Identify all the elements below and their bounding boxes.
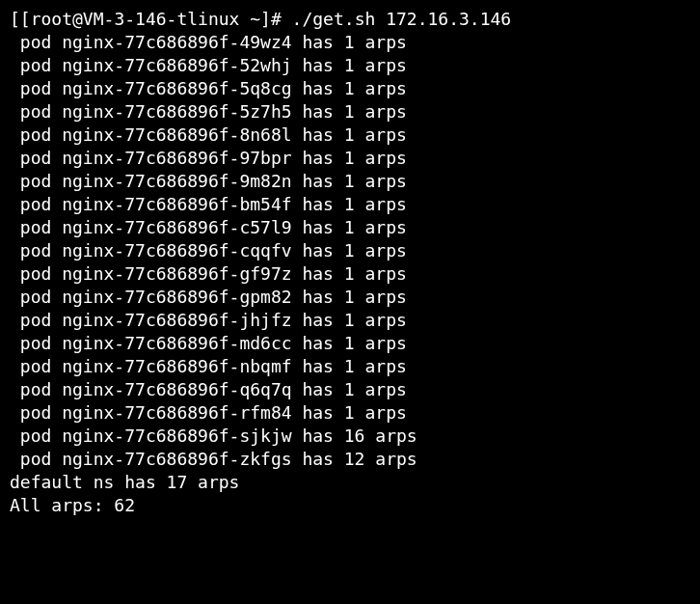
pod-output-lines: pod nginx-77c686896f-49wz4 has 1 arps po… <box>10 31 690 471</box>
pod-line: pod nginx-77c686896f-c57l9 has 1 arps <box>10 216 690 239</box>
pod-line: pod nginx-77c686896f-5z7h5 has 1 arps <box>10 100 690 124</box>
pod-line: pod nginx-77c686896f-8n68l has 1 arps <box>10 124 690 147</box>
pod-line: pod nginx-77c686896f-zkfgs has 12 arps <box>10 448 690 471</box>
pod-line: pod nginx-77c686896f-rfm84 has 1 arps <box>10 401 690 425</box>
pod-line: pod nginx-77c686896f-md6cc has 1 arps <box>10 332 690 355</box>
pod-line: pod nginx-77c686896f-49wz4 has 1 arps <box>10 31 690 54</box>
terminal-prompt-line: [[root@VM-3-146-tlinux ~]# ./get.sh 172.… <box>10 8 690 31</box>
pod-line: pod nginx-77c686896f-jhjfz has 1 arps <box>10 309 690 332</box>
prompt-text: [root@VM-3-146-tlinux ~]# <box>20 9 292 29</box>
pod-line: pod nginx-77c686896f-gf97z has 1 arps <box>10 262 690 286</box>
pod-line: pod nginx-77c686896f-nbqmf has 1 arps <box>10 355 690 378</box>
pod-line: pod nginx-77c686896f-52whj has 1 arps <box>10 54 690 77</box>
pod-line: pod nginx-77c686896f-97bpr has 1 arps <box>10 147 690 170</box>
pod-line: pod nginx-77c686896f-bm54f has 1 arps <box>10 193 690 216</box>
pod-line: pod nginx-77c686896f-q6q7q has 1 arps <box>10 378 690 401</box>
prompt-prefix: [ <box>10 9 20 29</box>
pod-line: pod nginx-77c686896f-gpm82 has 1 arps <box>10 286 690 309</box>
namespace-summary-line: default ns has 17 arps <box>10 471 690 494</box>
pod-line: pod nginx-77c686896f-9m82n has 1 arps <box>10 170 690 193</box>
pod-line: pod nginx-77c686896f-cqqfv has 1 arps <box>10 239 690 262</box>
pod-line: pod nginx-77c686896f-5q8cg has 1 arps <box>10 77 690 100</box>
total-summary-line: All arps: 62 <box>10 494 690 517</box>
pod-line: pod nginx-77c686896f-sjkjw has 16 arps <box>10 425 690 448</box>
command-text: ./get.sh 172.16.3.146 <box>292 9 512 29</box>
